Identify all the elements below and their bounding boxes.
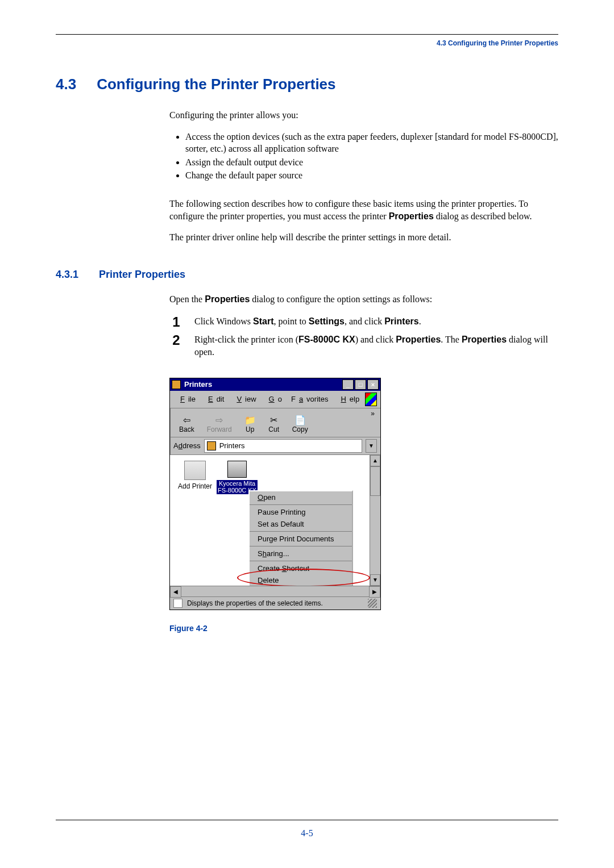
toolbar-overflow-icon[interactable]: » [371,410,377,418]
menu-help[interactable]: Help [334,394,363,404]
subsection-title: Printer Properties [99,269,185,281]
step-text: Click Windows Start, point to Settings, … [194,315,558,329]
text: , and click [345,316,384,326]
bullet-item: Access the option devices (such as the e… [185,131,558,155]
window-icon [172,380,181,389]
figure: Printers _ □ × File Edit View Go Favorit… [169,378,558,633]
menu-edit[interactable]: Edit [201,394,227,404]
printers-keyword: Printers [384,316,418,326]
figure-caption: Figure 4-2 [169,624,558,633]
menu-go[interactable]: Go [262,394,285,404]
menu-file[interactable]: File [173,394,199,404]
menu-view[interactable]: View [230,394,259,404]
copy-icon: 📄 [294,415,306,425]
ctx-create-shortcut[interactable]: Create Shortcut [250,562,352,574]
scroll-left-button[interactable]: ◀ [170,586,181,598]
subsection-heading: 4.3.1 Printer Properties [56,269,558,281]
ctx-purge[interactable]: Purge Print Documents [250,533,352,545]
address-value: Printers [219,441,245,450]
text: Right-click the printer icon ( [194,335,298,344]
model-keyword: FS-8000C KX [298,335,355,344]
footer-rule [56,820,558,820]
ctx-sharing[interactable]: Sharing... [250,548,352,560]
page: 4.3 Configuring the Printer Properties 4… [0,0,614,868]
properties-keyword: Properties [389,211,434,221]
add-printer-item[interactable]: Add Printer [175,461,215,490]
resize-grip-icon[interactable] [368,599,377,608]
text: Kyocera Mita [219,480,255,487]
step: 1 Click Windows Start, point to Settings… [169,315,558,329]
text: ) and click [355,335,396,344]
menu-separator [250,504,352,505]
address-bar: Address Printers ▼ [170,437,380,455]
vertical-scrollbar[interactable]: ▲ ▼ [370,455,380,586]
maximize-button[interactable]: □ [355,379,366,390]
ctx-pause-printing[interactable]: Pause Printing [250,506,352,518]
status-text: Displays the properties of the selected … [187,599,323,607]
scroll-down-button[interactable]: ▼ [370,574,380,586]
step-number: 1 [169,315,183,329]
scroll-track[interactable] [181,586,369,596]
horizontal-scrollbar[interactable]: ◀ ▶ [170,586,380,596]
scroll-track[interactable] [370,496,380,574]
forward-button[interactable]: ⇨ Forward [201,410,238,435]
menu-separator [250,546,352,546]
properties-keyword: Properties [396,335,441,344]
printer-icon [227,461,247,478]
ctx-set-default[interactable]: Set as Default [250,518,352,530]
address-field[interactable]: Printers [204,439,362,453]
printer-icon [184,461,206,480]
titlebar[interactable]: Printers _ □ × [170,378,380,391]
bullet-list: Access the option devices (such as the e… [169,131,558,182]
subsection-body: Open the Properties dialog to configure … [169,293,558,358]
back-button[interactable]: ⇦ Back [173,410,200,435]
add-printer-label: Add Printer [178,482,212,490]
address-label: Address [173,441,201,450]
back-arrow-icon: ⇦ [181,415,192,425]
scroll-up-button[interactable]: ▲ [370,455,380,466]
intro-para: Configuring the printer allows you: [169,109,558,122]
selected-printer-item[interactable]: Kyocera Mita FS-8000C KX [217,461,258,494]
copy-label: Copy [292,425,308,433]
context-menu: Open Pause Printing Set as Default Purge… [248,490,353,586]
text: . The [441,335,462,344]
running-head: 4.3 Configuring the Printer Properties [56,35,558,47]
text: Open the [169,294,205,304]
menu-separator [250,531,352,532]
text: . [419,316,421,326]
section-number: 4.3 [56,76,76,93]
ctx-open[interactable]: Open [250,491,352,503]
status-icon [173,599,182,608]
minimize-button[interactable]: _ [342,379,354,390]
step: 2 Right-click the printer icon (FS-8000C… [169,333,558,358]
section-heading: 4.3 Configuring the Printer Properties [56,76,558,93]
cut-label: Cut [268,425,279,433]
scroll-right-button[interactable]: ▶ [369,586,380,598]
address-dropdown-button[interactable]: ▼ [366,439,377,453]
close-button[interactable]: × [367,379,379,390]
settings-keyword: Settings [309,316,345,326]
bullet-item: Assign the default output device [185,156,558,169]
subsection-intro: Open the Properties dialog to configure … [169,293,558,306]
copy-button[interactable]: 📄 Copy [287,410,314,435]
ctx-delete[interactable]: Delete [250,574,352,586]
up-button[interactable]: 📁 Up [239,410,262,435]
step-list: 1 Click Windows Start, point to Settings… [169,315,558,358]
body: Configuring the printer allows you: Acce… [169,109,558,244]
properties-keyword: Properties [205,294,250,304]
step-number: 2 [169,333,183,358]
forward-label: Forward [207,425,232,433]
status-bar: Displays the properties of the selected … [170,596,380,610]
menu-favorites[interactable]: Favorites [288,394,331,404]
menubar: File Edit View Go Favorites Help [170,391,380,408]
cut-button[interactable]: ✂ Cut [263,410,285,435]
scroll-thumb[interactable] [370,466,380,496]
step-text: Right-click the printer icon (FS-8000C K… [194,333,558,358]
scissors-icon: ✂ [268,415,280,425]
footer: 4-5 [56,820,558,838]
client-area[interactable]: Add Printer Kyocera Mita FS-8000C KX Ope… [170,455,380,586]
printers-window: Printers _ □ × File Edit View Go Favorit… [169,378,381,610]
text: Click Windows [194,316,253,326]
bullet-item: Change the default paper source [185,169,558,182]
text: , point to [274,316,309,326]
